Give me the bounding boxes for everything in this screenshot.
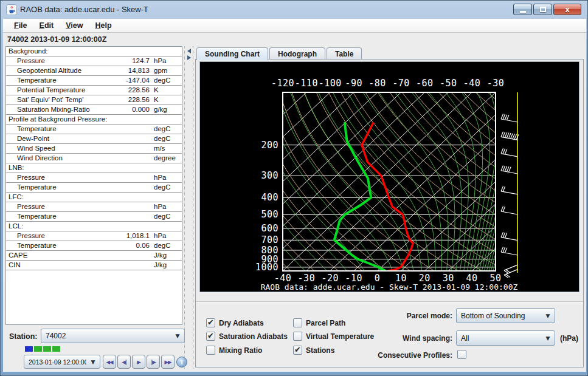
svg-text:700: 700: [261, 234, 278, 245]
go-first-button[interactable]: ◀◀: [103, 355, 116, 369]
step-back-button[interactable]: ◀|: [117, 355, 131, 369]
go-last-button[interactable]: ▶▶: [161, 355, 175, 369]
consecutive-profiles-checkbox[interactable]: [457, 350, 466, 359]
virtual-temperature-checkbox[interactable]: [293, 332, 302, 341]
info-row-label: Dew-Point: [17, 134, 49, 143]
svg-text:400: 400: [261, 192, 278, 203]
info-row-value: 0.06: [57, 241, 150, 250]
parcel-mode-value: Bottom of Sounding: [457, 312, 541, 320]
info-icon: i: [181, 358, 182, 366]
menu-help[interactable]: Help: [89, 19, 117, 32]
dry-adiabats-label: Dry Adiabats: [219, 319, 264, 327]
info-row-value: [57, 212, 150, 221]
info-row-value: [23, 222, 150, 231]
window-title: RAOB data: adde.ucar.edu - Skew-T: [20, 5, 148, 14]
info-row-value: 124.7: [45, 56, 150, 66]
svg-text:-80: -80: [368, 78, 386, 89]
wind-barb: [501, 186, 517, 194]
go-last-icon: ▶▶: [164, 359, 171, 365]
tab-sounding-chart[interactable]: Sounding Chart: [196, 47, 268, 60]
title-bar: RAOB data: adde.ucar.edu - Skew-T x: [1, 1, 587, 19]
wind-barb: [501, 232, 517, 241]
saturation-adiabats-checkbox[interactable]: [206, 332, 215, 341]
station-combobox[interactable]: 74002 ▼: [41, 329, 185, 343]
info-row-unit: degC: [150, 76, 178, 85]
svg-text:500: 500: [261, 209, 278, 220]
info-row: Temperature-147.04degC: [6, 76, 182, 86]
dry-adiabats-checkbox[interactable]: [206, 318, 215, 327]
info-row-label: Pressure: [17, 56, 45, 66]
svg-text:-70: -70: [392, 78, 410, 89]
menu-edit[interactable]: Edit: [33, 19, 60, 32]
mixing-ratio-checkbox[interactable]: [206, 346, 215, 355]
info-row-value: 1,018.1: [45, 231, 150, 241]
menu-view[interactable]: View: [60, 19, 89, 32]
step-back-icon: ◀|: [122, 359, 126, 365]
time-combobox[interactable]: 2013-01-09 12:00:00Z ▼: [24, 355, 100, 369]
info-row-unit: hPa: [150, 202, 178, 211]
chevron-down-icon[interactable]: ▼: [171, 333, 184, 339]
play-button[interactable]: ▶: [132, 355, 145, 369]
timeline-step[interactable]: [34, 346, 42, 352]
svg-text:300: 300: [261, 170, 278, 181]
info-row-value: 0.000: [90, 105, 150, 114]
svg-text:-50: -50: [440, 78, 457, 89]
chevron-down-icon[interactable]: ▼: [541, 313, 555, 319]
step-forward-button[interactable]: |▶: [147, 355, 160, 369]
wind-barb: [501, 132, 519, 140]
close-button[interactable]: x: [553, 4, 581, 15]
stations-checkbox[interactable]: [293, 346, 302, 355]
skew-t-chart[interactable]: -120-110-100-90-80-70-60-50-40-30-40-30-…: [199, 61, 579, 292]
split-pane-divider[interactable]: [184, 46, 193, 369]
info-row-value: [45, 173, 150, 182]
chevron-down-icon[interactable]: ▼: [541, 335, 555, 341]
station-combobox-value: 74002: [41, 332, 171, 340]
info-row: LFC:: [6, 193, 182, 202]
info-row-label: Temperature: [17, 76, 57, 85]
wind-spacing-value: All: [457, 334, 541, 343]
info-row-unit: degC: [150, 183, 178, 192]
collapse-right-icon[interactable]: [187, 55, 191, 60]
timeline-step[interactable]: [43, 346, 51, 352]
info-row-value: [48, 47, 150, 56]
info-row: Saturation Mixing-Ratio0.000g/kg: [6, 105, 182, 115]
info-row-label: Profile at Background Pressure:: [9, 115, 107, 124]
parcel-path-checkbox[interactable]: [293, 318, 302, 327]
info-row-value: [27, 251, 150, 260]
info-row-unit: [150, 115, 178, 124]
info-row-value: [57, 183, 150, 192]
info-row-unit: hPa: [150, 231, 178, 241]
info-row-value: [24, 163, 150, 173]
tab-hodograph[interactable]: Hodograph: [269, 47, 325, 60]
info-row-unit: hPa: [150, 173, 178, 182]
saturation-adiabats-label: Saturation Adiabats: [219, 332, 288, 341]
info-row-label: CIN: [9, 261, 21, 270]
maximize-button[interactable]: [533, 4, 552, 15]
info-row-unit: g/kg: [150, 105, 178, 114]
wind-spacing-combobox[interactable]: All ▼: [456, 330, 555, 346]
info-row-label: Wind Speed: [17, 144, 55, 153]
info-row: PressurehPa: [6, 202, 182, 212]
wind-barb: [501, 207, 517, 215]
parcel-path-label: Parcel Path: [306, 319, 345, 327]
chevron-down-icon[interactable]: ▼: [86, 359, 100, 365]
parcel-mode-label: Parcel mode:: [343, 312, 452, 320]
info-row-label: LCL:: [9, 222, 23, 231]
timeline-step[interactable]: [52, 346, 60, 352]
parcel-mode-combobox[interactable]: Bottom of Sounding ▼: [456, 308, 555, 323]
info-row: Pressure124.7hPa: [6, 56, 182, 66]
info-row: CAPEJ/kg: [6, 251, 182, 261]
info-row-unit: m/s: [150, 144, 178, 153]
tab-table[interactable]: Table: [327, 47, 362, 60]
svg-text:-30: -30: [487, 78, 505, 89]
timeline-step[interactable]: [25, 346, 33, 352]
minimize-icon: [520, 11, 526, 13]
info-row: TemperaturedegC: [6, 212, 182, 222]
menu-file[interactable]: File: [8, 19, 33, 32]
info-row-unit: hPa: [150, 56, 178, 66]
info-row: Wind Speedm/s: [6, 144, 182, 154]
info-row-label: Background:: [9, 47, 48, 56]
info-row-value: 14,813: [81, 66, 150, 75]
collapse-left-icon[interactable]: [187, 49, 191, 53]
minimize-button[interactable]: [513, 4, 532, 15]
